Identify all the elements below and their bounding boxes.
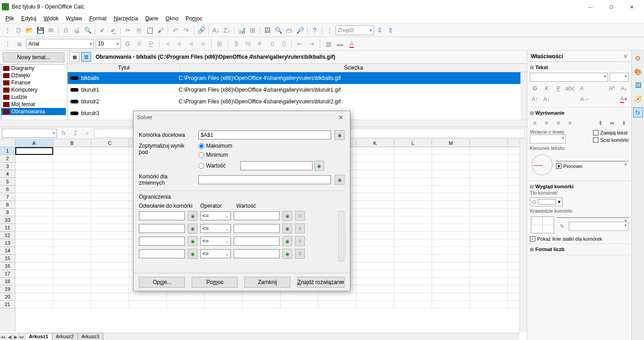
row-header[interactable]: 4 bbox=[0, 170, 15, 178]
gallery-row[interactable]: blurulr1C:\Program Files (x86)\OpenOffic… bbox=[68, 84, 520, 96]
autospell-icon[interactable]: ✔̲ bbox=[108, 25, 118, 35]
sheet-vscrollbar[interactable] bbox=[520, 139, 527, 332]
indent-spinner[interactable] bbox=[530, 135, 566, 144]
row-header[interactable]: 7 bbox=[0, 193, 15, 201]
open-icon[interactable]: 📂 bbox=[24, 25, 34, 35]
copy-icon[interactable]: ⎘ bbox=[134, 25, 144, 35]
column-header[interactable]: A bbox=[15, 139, 53, 147]
gallery-view-icons-icon[interactable]: ▦ bbox=[69, 52, 79, 62]
sheet-tab[interactable]: Arkusz2 bbox=[52, 333, 78, 340]
row-header[interactable]: 13 bbox=[0, 239, 15, 247]
solver-vars-pick-icon[interactable] bbox=[335, 175, 345, 185]
constraint-val-pick-icon[interactable] bbox=[282, 211, 292, 221]
zoom-icon[interactable]: 🔎 bbox=[295, 25, 305, 35]
row-header[interactable]: 18 bbox=[0, 278, 15, 285]
row-header[interactable]: 3 bbox=[0, 163, 15, 170]
row-header[interactable]: 8 bbox=[0, 201, 15, 209]
merge-checkbox[interactable]: Scal komórki bbox=[593, 137, 629, 143]
navigator-icon[interactable]: ⊞ bbox=[248, 25, 258, 35]
constraint-ref-input[interactable] bbox=[139, 211, 185, 220]
menu-help[interactable]: Pomoc bbox=[183, 14, 205, 23]
column-header[interactable] bbox=[470, 139, 508, 147]
constraint-ref-input[interactable] bbox=[139, 237, 185, 246]
side-bold-icon[interactable]: G bbox=[530, 84, 540, 93]
menu-format[interactable]: Format bbox=[87, 14, 109, 23]
border-color-icon[interactable]: ✎ bbox=[557, 222, 567, 231]
section-number-header[interactable]: Format liczb bbox=[530, 246, 629, 253]
name-box[interactable] bbox=[2, 129, 57, 138]
paste-icon[interactable]: 📋 bbox=[145, 25, 155, 35]
row-header[interactable]: 9 bbox=[0, 209, 15, 216]
side-align-right-icon[interactable]: ≡ bbox=[553, 118, 563, 127]
search-prev-icon[interactable]: ⇧ bbox=[386, 25, 396, 35]
constraint-val-pick-icon[interactable] bbox=[282, 249, 292, 259]
solver-options-button[interactable]: Opcje... bbox=[139, 277, 185, 288]
styles-icon[interactable]: 🗉 bbox=[14, 39, 24, 49]
gallery-icon[interactable]: 🖼 bbox=[262, 25, 272, 35]
theme-item[interactable]: Obramowania bbox=[1, 108, 66, 115]
sidebar-tab-styles-icon[interactable]: 🎨 bbox=[633, 67, 643, 77]
sheet-tab[interactable]: Arkusz3 bbox=[78, 333, 104, 340]
solver-min-radio[interactable] bbox=[198, 152, 204, 158]
side-strike-icon[interactable]: abc bbox=[565, 84, 575, 93]
solver-target-pick-icon[interactable] bbox=[335, 130, 345, 140]
gallery-row[interactable]: blurulr2C:\Program Files (x86)\OpenOffic… bbox=[68, 96, 520, 107]
constraint-ref-pick-icon[interactable] bbox=[188, 224, 198, 233]
constraint-delete-icon[interactable] bbox=[295, 211, 305, 221]
bold-icon[interactable]: G bbox=[123, 39, 133, 49]
wrap-checkbox[interactable]: Zawijaj tekst bbox=[593, 130, 629, 135]
constraint-val-input[interactable] bbox=[234, 224, 280, 233]
constraint-op-combo[interactable]: <= bbox=[200, 211, 231, 220]
menu-file[interactable]: Plik bbox=[3, 14, 17, 23]
gallery-theme-list[interactable]: DiagramyDźwiękiFinanseKomputeryLudzieMój… bbox=[1, 64, 66, 126]
theme-item[interactable]: Komputery bbox=[1, 86, 66, 93]
section-text-header[interactable]: Tekst bbox=[530, 64, 629, 71]
gallery-row[interactable]: blkballsC:\Program Files (x86)\OpenOffic… bbox=[68, 72, 520, 84]
border-style-combo[interactable] bbox=[557, 217, 629, 218]
sidebar-tab-gallery-icon[interactable]: 🖼 bbox=[633, 80, 643, 90]
dec-decimal-icon[interactable]: .0 bbox=[278, 39, 288, 49]
menu-edit[interactable]: Edytuj bbox=[18, 14, 39, 23]
column-header[interactable]: L bbox=[394, 139, 432, 147]
column-header[interactable]: B bbox=[53, 139, 91, 147]
find-icon[interactable]: 🔍 bbox=[273, 25, 283, 35]
row-header[interactable]: 19 bbox=[0, 285, 15, 293]
side-sub-icon[interactable]: Aₐ bbox=[619, 84, 629, 93]
sidebar-tab-properties-icon[interactable]: ⚙ bbox=[633, 53, 643, 63]
equals-icon[interactable]: = bbox=[82, 129, 92, 138]
constraint-val-pick-icon[interactable] bbox=[282, 224, 292, 233]
side-align-center-icon[interactable]: ≡ bbox=[542, 118, 552, 127]
side-super-icon[interactable]: Aᴬ bbox=[607, 84, 617, 93]
sort-desc-icon[interactable]: Z↓ bbox=[222, 25, 232, 35]
tab-first-icon[interactable]: ⏮ bbox=[0, 333, 6, 340]
dec-indent-icon[interactable]: ⇤ bbox=[295, 39, 305, 49]
solver-solve-button[interactable]: Znajdź rozwiązanie bbox=[297, 277, 345, 288]
tab-last-icon[interactable]: ⏭ bbox=[19, 333, 25, 340]
constraint-ref-input[interactable] bbox=[139, 249, 185, 258]
row-header[interactable]: 1 bbox=[0, 147, 15, 155]
close-button[interactable]: ✕ bbox=[621, 0, 642, 14]
chart-icon[interactable]: 📊 bbox=[237, 25, 247, 35]
side-spacing-icon[interactable]: A↔ bbox=[580, 94, 590, 103]
side-fontcolor-icon[interactable]: A▾ bbox=[619, 94, 629, 103]
panel-close-icon[interactable]: ✕ bbox=[623, 53, 628, 60]
gallery-view-list-icon[interactable]: ☰ bbox=[81, 52, 91, 62]
theme-item[interactable]: Ludzie bbox=[1, 93, 66, 101]
side-valign-top-icon[interactable]: ⬆ bbox=[595, 118, 605, 127]
constraint-val-pick-icon[interactable] bbox=[282, 236, 292, 246]
constraint-ref-pick-icon[interactable] bbox=[188, 249, 198, 259]
cut-icon[interactable]: ✂ bbox=[123, 25, 133, 35]
side-italic-icon[interactable]: K bbox=[542, 84, 552, 93]
maximize-button[interactable]: ☐ bbox=[601, 0, 621, 14]
font-name-combo[interactable]: Arial bbox=[26, 39, 94, 49]
constraint-delete-icon[interactable] bbox=[295, 224, 305, 233]
side-valign-mid-icon[interactable]: ⬌ bbox=[607, 118, 617, 127]
sidebar-tab-functions-icon[interactable]: fx bbox=[633, 107, 643, 117]
menu-insert[interactable]: Wstaw bbox=[63, 14, 85, 23]
constraint-delete-icon[interactable] bbox=[295, 249, 305, 259]
menu-view[interactable]: Widok bbox=[41, 14, 61, 23]
tab-next-icon[interactable]: ▶ bbox=[13, 333, 19, 340]
search-next-icon[interactable]: ⇩ bbox=[375, 25, 385, 35]
toolbar-grip3-icon[interactable]: ⋮ bbox=[3, 39, 13, 49]
email-icon[interactable]: ✉ bbox=[46, 25, 56, 35]
